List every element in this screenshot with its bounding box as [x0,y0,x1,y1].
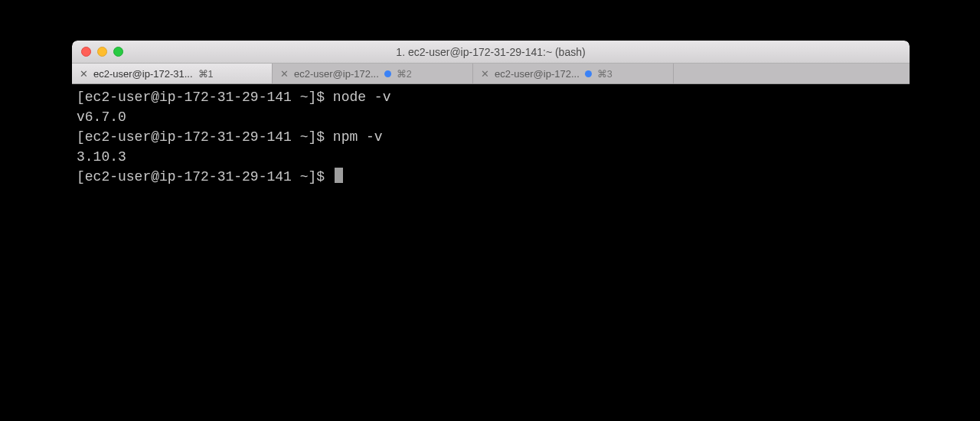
terminal-line: [ec2-user@ip-172-31-29-141 ~]$ npm -v [77,127,905,147]
tab-label: ec2-user@ip-172... [294,68,379,80]
tab-shortcut: ⌘3 [597,68,612,80]
terminal-line: [ec2-user@ip-172-31-29-141 ~]$ node -v [77,87,905,107]
terminal-line: 3.10.3 [77,147,905,167]
window-title: 1. ec2-user@ip-172-31-29-141:~ (bash) [72,46,910,58]
cursor-icon [335,168,343,183]
close-icon[interactable]: ✕ [481,68,489,80]
modified-dot-icon [585,70,592,77]
tab-label: ec2-user@ip-172... [495,68,580,80]
close-button[interactable] [81,47,91,57]
titlebar[interactable]: 1. ec2-user@ip-172-31-29-141:~ (bash) [72,41,910,64]
terminal-line: [ec2-user@ip-172-31-29-141 ~]$ [77,167,905,187]
tab-shortcut: ⌘1 [198,68,214,80]
terminal-window: 1. ec2-user@ip-172-31-29-141:~ (bash) ✕e… [72,41,910,413]
tab-3[interactable]: ✕ec2-user@ip-172...⌘3 [473,64,674,83]
tab-2[interactable]: ✕ec2-user@ip-172...⌘2 [273,64,473,83]
terminal-content[interactable]: [ec2-user@ip-172-31-29-141 ~]$ node -vv6… [72,84,910,413]
zoom-button[interactable] [113,47,123,57]
modified-dot-icon [384,70,391,77]
terminal-line: v6.7.0 [77,107,905,127]
close-icon[interactable]: ✕ [80,68,88,80]
tab-1[interactable]: ✕ec2-user@ip-172-31...⌘1 [72,64,273,83]
tab-shortcut: ⌘2 [397,68,412,80]
tab-bar: ✕ec2-user@ip-172-31...⌘1✕ec2-user@ip-172… [72,64,910,84]
tab-label: ec2-user@ip-172-31... [93,68,193,80]
minimize-button[interactable] [97,47,107,57]
close-icon[interactable]: ✕ [280,68,289,80]
traffic-lights [72,47,123,57]
